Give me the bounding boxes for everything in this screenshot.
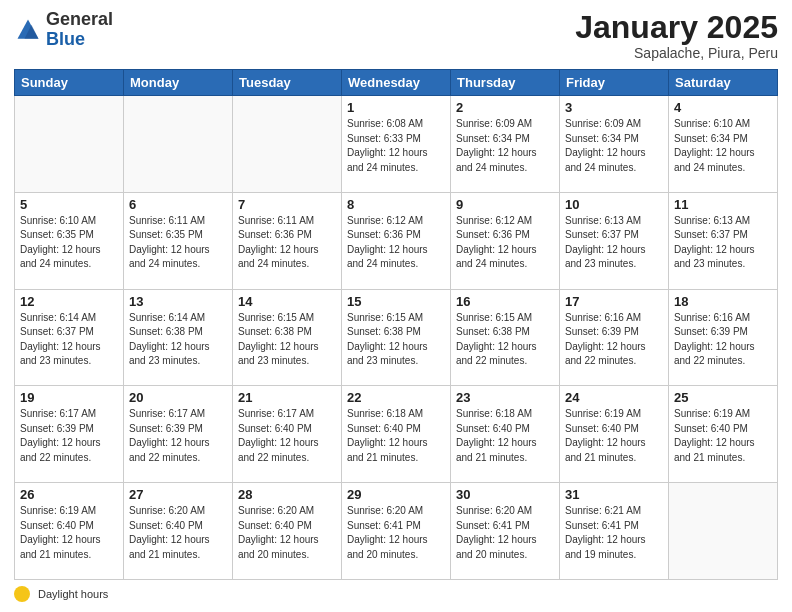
day-info: Sunrise: 6:12 AM Sunset: 6:36 PM Dayligh… — [456, 214, 554, 272]
day-info: Sunrise: 6:16 AM Sunset: 6:39 PM Dayligh… — [674, 311, 772, 369]
day-info: Sunrise: 6:11 AM Sunset: 6:35 PM Dayligh… — [129, 214, 227, 272]
day-info: Sunrise: 6:10 AM Sunset: 6:34 PM Dayligh… — [674, 117, 772, 175]
day-info: Sunrise: 6:11 AM Sunset: 6:36 PM Dayligh… — [238, 214, 336, 272]
calendar-week-row: 19Sunrise: 6:17 AM Sunset: 6:39 PM Dayli… — [15, 386, 778, 483]
day-info: Sunrise: 6:14 AM Sunset: 6:38 PM Dayligh… — [129, 311, 227, 369]
calendar-table: Sunday Monday Tuesday Wednesday Thursday… — [14, 69, 778, 580]
day-number: 20 — [129, 390, 227, 405]
day-info: Sunrise: 6:19 AM Sunset: 6:40 PM Dayligh… — [565, 407, 663, 465]
table-row: 10Sunrise: 6:13 AM Sunset: 6:37 PM Dayli… — [560, 192, 669, 289]
table-row: 22Sunrise: 6:18 AM Sunset: 6:40 PM Dayli… — [342, 386, 451, 483]
calendar-header-row: Sunday Monday Tuesday Wednesday Thursday… — [15, 70, 778, 96]
month-title: January 2025 — [575, 10, 778, 45]
table-row: 23Sunrise: 6:18 AM Sunset: 6:40 PM Dayli… — [451, 386, 560, 483]
table-row: 27Sunrise: 6:20 AM Sunset: 6:40 PM Dayli… — [124, 483, 233, 580]
logo-icon — [14, 16, 42, 44]
day-info: Sunrise: 6:18 AM Sunset: 6:40 PM Dayligh… — [347, 407, 445, 465]
table-row: 24Sunrise: 6:19 AM Sunset: 6:40 PM Dayli… — [560, 386, 669, 483]
header-tuesday: Tuesday — [233, 70, 342, 96]
day-number: 5 — [20, 197, 118, 212]
day-number: 15 — [347, 294, 445, 309]
calendar-week-row: 1Sunrise: 6:08 AM Sunset: 6:33 PM Daylig… — [15, 96, 778, 193]
day-info: Sunrise: 6:13 AM Sunset: 6:37 PM Dayligh… — [565, 214, 663, 272]
day-number: 4 — [674, 100, 772, 115]
day-number: 26 — [20, 487, 118, 502]
table-row: 21Sunrise: 6:17 AM Sunset: 6:40 PM Dayli… — [233, 386, 342, 483]
day-info: Sunrise: 6:19 AM Sunset: 6:40 PM Dayligh… — [20, 504, 118, 562]
day-number: 16 — [456, 294, 554, 309]
day-number: 6 — [129, 197, 227, 212]
table-row: 11Sunrise: 6:13 AM Sunset: 6:37 PM Dayli… — [669, 192, 778, 289]
header-saturday: Saturday — [669, 70, 778, 96]
day-info: Sunrise: 6:17 AM Sunset: 6:39 PM Dayligh… — [20, 407, 118, 465]
day-number: 19 — [20, 390, 118, 405]
table-row: 26Sunrise: 6:19 AM Sunset: 6:40 PM Dayli… — [15, 483, 124, 580]
day-info: Sunrise: 6:18 AM Sunset: 6:40 PM Dayligh… — [456, 407, 554, 465]
table-row: 14Sunrise: 6:15 AM Sunset: 6:38 PM Dayli… — [233, 289, 342, 386]
day-number: 27 — [129, 487, 227, 502]
table-row: 8Sunrise: 6:12 AM Sunset: 6:36 PM Daylig… — [342, 192, 451, 289]
day-info: Sunrise: 6:20 AM Sunset: 6:40 PM Dayligh… — [238, 504, 336, 562]
day-number: 2 — [456, 100, 554, 115]
calendar-week-row: 26Sunrise: 6:19 AM Sunset: 6:40 PM Dayli… — [15, 483, 778, 580]
day-number: 24 — [565, 390, 663, 405]
page: General Blue January 2025 Sapalache, Piu… — [0, 0, 792, 612]
day-number: 9 — [456, 197, 554, 212]
table-row: 7Sunrise: 6:11 AM Sunset: 6:36 PM Daylig… — [233, 192, 342, 289]
table-row — [669, 483, 778, 580]
day-number: 25 — [674, 390, 772, 405]
day-info: Sunrise: 6:12 AM Sunset: 6:36 PM Dayligh… — [347, 214, 445, 272]
day-number: 8 — [347, 197, 445, 212]
title-block: January 2025 Sapalache, Piura, Peru — [575, 10, 778, 61]
day-number: 17 — [565, 294, 663, 309]
table-row: 20Sunrise: 6:17 AM Sunset: 6:39 PM Dayli… — [124, 386, 233, 483]
header: General Blue January 2025 Sapalache, Piu… — [14, 10, 778, 61]
day-info: Sunrise: 6:08 AM Sunset: 6:33 PM Dayligh… — [347, 117, 445, 175]
table-row — [124, 96, 233, 193]
table-row: 29Sunrise: 6:20 AM Sunset: 6:41 PM Dayli… — [342, 483, 451, 580]
table-row: 12Sunrise: 6:14 AM Sunset: 6:37 PM Dayli… — [15, 289, 124, 386]
calendar-week-row: 5Sunrise: 6:10 AM Sunset: 6:35 PM Daylig… — [15, 192, 778, 289]
day-number: 10 — [565, 197, 663, 212]
day-number: 11 — [674, 197, 772, 212]
day-number: 1 — [347, 100, 445, 115]
table-row: 3Sunrise: 6:09 AM Sunset: 6:34 PM Daylig… — [560, 96, 669, 193]
table-row: 1Sunrise: 6:08 AM Sunset: 6:33 PM Daylig… — [342, 96, 451, 193]
table-row: 16Sunrise: 6:15 AM Sunset: 6:38 PM Dayli… — [451, 289, 560, 386]
day-info: Sunrise: 6:20 AM Sunset: 6:41 PM Dayligh… — [456, 504, 554, 562]
day-info: Sunrise: 6:21 AM Sunset: 6:41 PM Dayligh… — [565, 504, 663, 562]
table-row — [233, 96, 342, 193]
day-info: Sunrise: 6:10 AM Sunset: 6:35 PM Dayligh… — [20, 214, 118, 272]
day-number: 18 — [674, 294, 772, 309]
day-info: Sunrise: 6:09 AM Sunset: 6:34 PM Dayligh… — [565, 117, 663, 175]
header-sunday: Sunday — [15, 70, 124, 96]
calendar-week-row: 12Sunrise: 6:14 AM Sunset: 6:37 PM Dayli… — [15, 289, 778, 386]
day-info: Sunrise: 6:14 AM Sunset: 6:37 PM Dayligh… — [20, 311, 118, 369]
table-row: 18Sunrise: 6:16 AM Sunset: 6:39 PM Dayli… — [669, 289, 778, 386]
day-info: Sunrise: 6:17 AM Sunset: 6:39 PM Dayligh… — [129, 407, 227, 465]
table-row: 15Sunrise: 6:15 AM Sunset: 6:38 PM Dayli… — [342, 289, 451, 386]
table-row: 5Sunrise: 6:10 AM Sunset: 6:35 PM Daylig… — [15, 192, 124, 289]
table-row: 4Sunrise: 6:10 AM Sunset: 6:34 PM Daylig… — [669, 96, 778, 193]
day-number: 7 — [238, 197, 336, 212]
table-row — [15, 96, 124, 193]
sun-icon — [14, 586, 30, 602]
table-row: 30Sunrise: 6:20 AM Sunset: 6:41 PM Dayli… — [451, 483, 560, 580]
day-info: Sunrise: 6:17 AM Sunset: 6:40 PM Dayligh… — [238, 407, 336, 465]
day-info: Sunrise: 6:15 AM Sunset: 6:38 PM Dayligh… — [456, 311, 554, 369]
day-number: 23 — [456, 390, 554, 405]
table-row: 31Sunrise: 6:21 AM Sunset: 6:41 PM Dayli… — [560, 483, 669, 580]
logo: General Blue — [14, 10, 113, 50]
day-number: 29 — [347, 487, 445, 502]
day-info: Sunrise: 6:09 AM Sunset: 6:34 PM Dayligh… — [456, 117, 554, 175]
day-info: Sunrise: 6:15 AM Sunset: 6:38 PM Dayligh… — [238, 311, 336, 369]
day-info: Sunrise: 6:19 AM Sunset: 6:40 PM Dayligh… — [674, 407, 772, 465]
header-monday: Monday — [124, 70, 233, 96]
day-info: Sunrise: 6:16 AM Sunset: 6:39 PM Dayligh… — [565, 311, 663, 369]
footer: Daylight hours — [14, 586, 778, 602]
day-number: 12 — [20, 294, 118, 309]
location-subtitle: Sapalache, Piura, Peru — [575, 45, 778, 61]
day-number: 31 — [565, 487, 663, 502]
day-info: Sunrise: 6:15 AM Sunset: 6:38 PM Dayligh… — [347, 311, 445, 369]
table-row: 6Sunrise: 6:11 AM Sunset: 6:35 PM Daylig… — [124, 192, 233, 289]
